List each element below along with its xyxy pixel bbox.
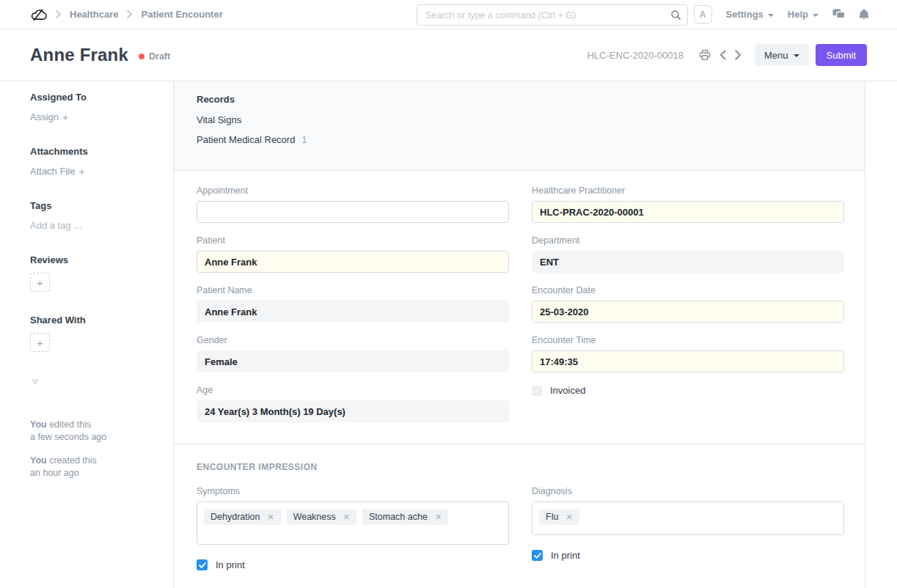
shared-with-section: Shared With + xyxy=(30,315,158,352)
navbar: Healthcare Patient Encounter A Settings … xyxy=(0,0,897,29)
symptoms-column: Symptoms Dehydration ✕ Weakness ✕ Stomac… xyxy=(197,486,509,570)
diagnosis-in-print-checkbox[interactable] xyxy=(532,550,543,561)
encounter-time-label: Encounter Time xyxy=(532,335,844,345)
activity-user: You xyxy=(30,455,47,466)
diagnosis-label: Diagnosis xyxy=(532,486,844,496)
prev-document-icon[interactable] xyxy=(715,50,731,60)
submit-button[interactable]: Submit xyxy=(816,44,867,66)
invoiced-checkbox xyxy=(532,386,542,396)
diagnosis-multiselect[interactable]: Flu ✕ xyxy=(532,501,844,535)
chevron-right-icon xyxy=(56,10,61,18)
search-input[interactable] xyxy=(417,4,688,26)
reviews-section: Reviews + xyxy=(30,254,158,292)
caret-down-icon xyxy=(813,14,819,17)
appointment-input[interactable] xyxy=(197,201,509,223)
caret-down-icon xyxy=(794,54,799,57)
patient-name-label: Patient Name xyxy=(197,285,509,295)
search-icon xyxy=(670,10,681,23)
invoiced-label: Invoiced xyxy=(550,385,585,396)
help-label: Help xyxy=(788,9,808,20)
encounter-details-section: Appointment Patient Anne Frank Patient N… xyxy=(174,171,865,444)
patient-input[interactable]: Anne Frank xyxy=(197,251,509,273)
assign-button[interactable]: Assign + xyxy=(30,111,68,123)
records-heading: Records xyxy=(197,94,843,105)
assign-label: Assign xyxy=(30,111,59,122)
page-body: Assigned To Assign + Attachments Attach … xyxy=(0,81,897,588)
next-document-icon[interactable] xyxy=(731,50,746,60)
gender-value: Female xyxy=(197,350,509,372)
encounter-time-input[interactable]: 17:49:35 xyxy=(532,350,844,372)
records-dashboard: Records Vital Signs Patient Medical Reco… xyxy=(174,81,865,171)
symptom-tag: Stomach ache ✕ xyxy=(362,509,448,525)
chat-icon[interactable] xyxy=(832,9,845,20)
user-avatar[interactable]: A xyxy=(694,5,712,23)
page-title: Anne Frank xyxy=(30,45,128,65)
record-count-badge: 1 xyxy=(301,135,307,145)
activity-entry: You created this an hour ago xyxy=(30,455,158,479)
help-menu[interactable]: Help xyxy=(788,9,819,20)
diagnosis-tag: Flu ✕ xyxy=(539,509,579,525)
remove-tag-icon[interactable]: ✕ xyxy=(267,512,274,522)
tag-label: Stomach ache xyxy=(369,512,428,522)
activity-action: created this xyxy=(49,455,97,466)
list-item: Vital Signs xyxy=(197,114,843,125)
form-column: Records Vital Signs Patient Medical Reco… xyxy=(173,81,865,588)
symptoms-in-print-field: In print xyxy=(197,559,509,570)
patient-label: Patient xyxy=(197,235,509,246)
settings-menu[interactable]: Settings xyxy=(726,9,774,20)
app-logo-icon[interactable] xyxy=(30,7,47,21)
encounter-impression-section: ENCOUNTER IMPRESSION Symptoms Dehydratio… xyxy=(174,444,865,585)
printer-icon[interactable] xyxy=(695,49,715,61)
attach-file-label: Attach File xyxy=(30,166,75,177)
diagnosis-in-print-field: In print xyxy=(532,550,844,561)
activity-time: a few seconds ago xyxy=(30,431,158,444)
department-value: ENT xyxy=(532,251,844,273)
navbar-actions: A Settings Help xyxy=(694,5,869,23)
breadcrumb-healthcare[interactable]: Healthcare xyxy=(70,9,118,20)
breadcrumb: Healthcare Patient Encounter xyxy=(30,7,223,21)
bell-icon[interactable] xyxy=(859,9,869,21)
encounter-date-input[interactable]: 25-03-2020 xyxy=(532,301,844,323)
attach-file-button[interactable]: Attach File + xyxy=(30,166,85,177)
tags-heading: Tags xyxy=(30,200,158,211)
assigned-to-heading: Assigned To xyxy=(30,92,158,103)
activity-user: You xyxy=(30,419,47,430)
invoiced-field: Invoiced xyxy=(532,385,844,396)
symptoms-in-print-checkbox[interactable] xyxy=(197,559,208,570)
tag-label: Dehydration xyxy=(210,512,260,522)
menu-button[interactable]: Menu xyxy=(755,44,809,66)
activity-entry: You edited this a few seconds ago xyxy=(30,419,158,444)
practitioner-field: Healthcare Practitioner HLC-PRAC-2020-00… xyxy=(532,185,844,223)
right-gutter xyxy=(865,81,897,588)
diagnosis-column: Diagnosis Flu ✕ In print xyxy=(532,486,844,570)
tags-section: Tags Add a tag ... xyxy=(30,200,158,232)
appointment-label: Appointment xyxy=(197,185,509,196)
remove-tag-icon[interactable]: ✕ xyxy=(435,512,442,522)
header-actions: HLC-ENC-2020-00018 Menu Submit xyxy=(587,44,867,66)
practitioner-input[interactable]: HLC-PRAC-2020-00001 xyxy=(532,201,844,223)
add-tag-input[interactable]: Add a tag ... xyxy=(30,220,81,231)
assigned-to-section: Assigned To Assign + xyxy=(30,92,158,123)
symptoms-label: Symptoms xyxy=(197,486,509,496)
patient-name-value: Anne Frank xyxy=(197,301,509,323)
activity-time: an hour ago xyxy=(30,467,158,479)
remove-tag-icon[interactable]: ✕ xyxy=(343,512,350,522)
gender-label: Gender xyxy=(197,335,509,345)
caret-down-icon xyxy=(768,14,774,17)
records-link-vital-signs[interactable]: Vital Signs xyxy=(197,114,241,125)
patient-name-field: Patient Name Anne Frank xyxy=(197,285,509,323)
encounter-date-label: Encounter Date xyxy=(532,285,844,295)
gender-field: Gender Female xyxy=(197,335,509,372)
symptoms-multiselect[interactable]: Dehydration ✕ Weakness ✕ Stomach ache ✕ xyxy=(197,501,509,545)
tag-label: Flu xyxy=(546,512,558,522)
remove-tag-icon[interactable]: ✕ xyxy=(565,512,572,522)
breadcrumb-patient-encounter[interactable]: Patient Encounter xyxy=(141,9,222,20)
add-share-button[interactable]: + xyxy=(30,333,50,352)
status-badge: Draft xyxy=(149,51,170,62)
add-review-button[interactable]: + xyxy=(30,273,50,292)
age-value: 24 Year(s) 3 Month(s) 19 Day(s) xyxy=(197,400,509,422)
like-heart-icon[interactable]: ♥ xyxy=(32,375,158,389)
records-link-patient-medical-record[interactable]: Patient Medical Record xyxy=(197,134,295,145)
plus-icon: + xyxy=(62,111,68,123)
plus-icon: + xyxy=(78,166,84,177)
